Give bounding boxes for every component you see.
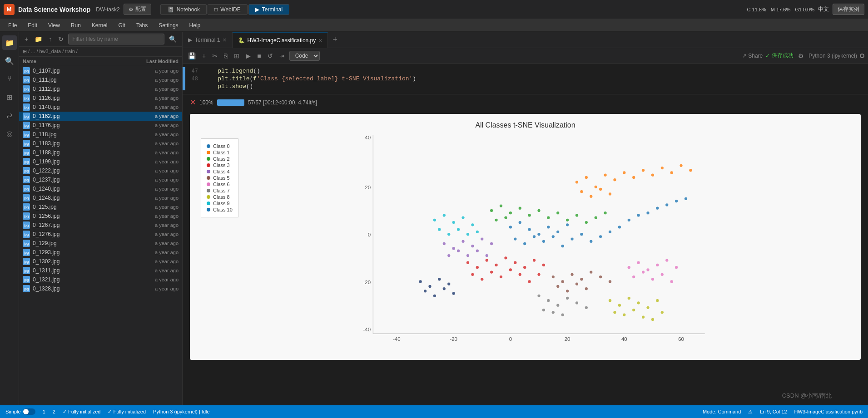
file-search-input[interactable] [68, 34, 164, 44]
file-item[interactable]: jpg 0_1256.jpg a year ago [19, 211, 182, 221]
add-cell-button[interactable]: + [200, 51, 208, 60]
terminal-tab-close[interactable]: × [223, 36, 226, 44]
lang-button[interactable]: 中文 [818, 5, 829, 13]
sidebar-files-icon[interactable]: 📁 [2, 35, 17, 50]
file-item[interactable]: jpg 0_1183.jpg a year ago [19, 139, 182, 148]
file-item[interactable]: jpg 0_118.jpg a year ago [19, 130, 182, 139]
terminal-app-tab[interactable]: ▶ Terminal [248, 4, 289, 15]
svg-point-28 [590, 240, 592, 243]
file-name: 0_1302.jpg [33, 258, 130, 265]
paste-button[interactable]: ⊞ [232, 51, 241, 60]
sidebar-swap-icon[interactable]: ⇄ [2, 108, 17, 123]
svg-point-128 [552, 311, 555, 314]
file-item[interactable]: jpg 0_1126.jpg a year ago [19, 93, 182, 103]
file-item[interactable]: jpg 0_1302.jpg a year ago [19, 257, 182, 266]
file-item[interactable]: jpg 0_1293.jpg a year ago [19, 248, 182, 257]
menu-tabs[interactable]: Tabs [132, 21, 152, 30]
cut-button[interactable]: ✂ [210, 51, 219, 60]
menu-settings[interactable]: Settings [154, 21, 183, 30]
file-item[interactable]: jpg 0_125.jpg a year ago [19, 202, 182, 211]
file-item[interactable]: jpg 0_1311.jpg a year ago [19, 266, 182, 275]
menu-run[interactable]: Run [66, 21, 85, 30]
file-item[interactable]: jpg 0_1140.jpg a year ago [19, 103, 182, 112]
menu-edit[interactable]: Edit [23, 21, 42, 30]
settings-button[interactable]: ⚙ [796, 51, 806, 60]
file-item[interactable]: jpg 0_1321.jpg a year ago [19, 275, 182, 284]
search-icon-button[interactable]: 🔍 [167, 34, 179, 44]
menu-view[interactable]: View [44, 21, 64, 30]
menu-kernel[interactable]: Kernel [87, 21, 112, 30]
sidebar-git-icon[interactable]: ⑂ [2, 72, 17, 86]
check-icon: ✓ [765, 53, 770, 59]
file-item[interactable]: jpg 0_1276.jpg a year ago [19, 230, 182, 239]
svg-point-36 [665, 203, 668, 206]
file-item[interactable]: jpg 0_1267.jpg a year ago [19, 221, 182, 230]
add-tab-button[interactable]: + [328, 32, 342, 48]
new-folder-button[interactable]: 📁 [33, 34, 44, 44]
notebook-tab[interactable]: 📓 Notebook [160, 4, 207, 15]
restart-button[interactable]: ↺ [266, 51, 275, 60]
file-item[interactable]: jpg 0_1176.jpg a year ago [19, 121, 182, 130]
run-all-button[interactable]: ↠ [278, 51, 287, 60]
legend-item: Class 8 [207, 194, 233, 200]
new-file-button[interactable]: + [23, 34, 30, 44]
legend-label: Class 1 [213, 150, 230, 155]
sidebar-search-icon[interactable]: 🔍 [2, 54, 17, 68]
save-file-button[interactable]: 💾 [186, 51, 198, 60]
webide-tab[interactable]: □ WebIDE [208, 4, 248, 15]
menu-git[interactable]: Git [114, 21, 130, 30]
svg-point-51 [689, 169, 692, 172]
code-line-48: 48 plt.title(f'Class {selected_label} t-… [185, 75, 868, 83]
svg-point-110 [628, 266, 630, 269]
terminal-tab[interactable]: ▶ Terminal 1 × [183, 32, 233, 48]
legend-label: Class 7 [213, 188, 230, 193]
editor-tab[interactable]: 🐍 HW3-ImageClassification.py × [233, 32, 328, 48]
svg-point-146 [471, 223, 474, 226]
run-button[interactable]: ▶ [244, 51, 253, 60]
file-item[interactable]: jpg 0_1328.jpg a year ago [19, 284, 182, 293]
config-button[interactable]: ⚙ 配置 [124, 4, 151, 15]
file-item[interactable]: jpg 0_111.jpg a year ago [19, 75, 182, 84]
mode-toggle[interactable]: Simple [5, 408, 35, 415]
file-item[interactable]: jpg 0_129.jpg a year ago [19, 239, 182, 248]
svg-point-15 [528, 228, 531, 231]
file-item[interactable]: jpg 0_1112.jpg a year ago [19, 84, 182, 93]
svg-point-79 [542, 264, 545, 266]
file-item[interactable]: jpg 0_1222.jpg a year ago [19, 166, 182, 175]
legend-dot [207, 170, 210, 173]
file-item[interactable]: jpg 0_1107.jpg a year ago [19, 66, 182, 75]
file-item[interactable]: jpg 0_1248.jpg a year ago [19, 193, 182, 202]
simple-toggle[interactable] [23, 408, 35, 415]
upload-button[interactable]: ↑ [47, 34, 54, 44]
file-modified: a year ago [133, 222, 179, 228]
menu-help[interactable]: Help [185, 21, 205, 30]
file-icon: jpg [23, 103, 30, 111]
svg-point-156 [424, 290, 427, 292]
file-list-header: Name Last Modified [19, 57, 182, 66]
sidebar-extensions-icon[interactable]: ⊞ [2, 90, 17, 104]
file-item[interactable]: jpg 0_1240.jpg a year ago [19, 184, 182, 193]
progress-close-button[interactable]: ✕ [190, 98, 196, 107]
file-item[interactable]: jpg 0_1237.jpg a year ago [19, 175, 182, 184]
sidebar-debug-icon[interactable]: ◎ [2, 126, 17, 141]
svg-point-148 [447, 233, 450, 236]
file-name: 0_1222.jpg [33, 167, 130, 174]
svg-point-73 [486, 259, 488, 261]
editor-tab-close[interactable]: × [318, 37, 322, 44]
stop-button[interactable]: ■ [255, 51, 263, 60]
content-area[interactable]: 47 plt.legend() 48 plt.title(f'Class {se… [183, 64, 868, 405]
file-item[interactable]: jpg 0_1199.jpg a year ago [19, 157, 182, 166]
svg-point-105 [609, 280, 611, 283]
menu-file[interactable]: File [4, 21, 21, 30]
refresh-button[interactable]: ↻ [56, 34, 65, 44]
file-item[interactable]: jpg 0_1188.jpg a year ago [19, 148, 182, 157]
code-line-show: plt.show() [185, 83, 868, 90]
cell-type-select[interactable]: Code [289, 51, 320, 61]
file-item[interactable]: jpg 0_1162.jpg a year ago [19, 112, 182, 121]
svg-point-90 [461, 240, 464, 243]
copy-button[interactable]: ⎘ [222, 51, 229, 60]
svg-point-138 [632, 309, 635, 311]
save-exit-button[interactable]: 保存实例 [833, 4, 864, 15]
file-name: 0_1176.jpg [33, 122, 130, 128]
share-button[interactable]: ↗ Share [742, 53, 763, 59]
